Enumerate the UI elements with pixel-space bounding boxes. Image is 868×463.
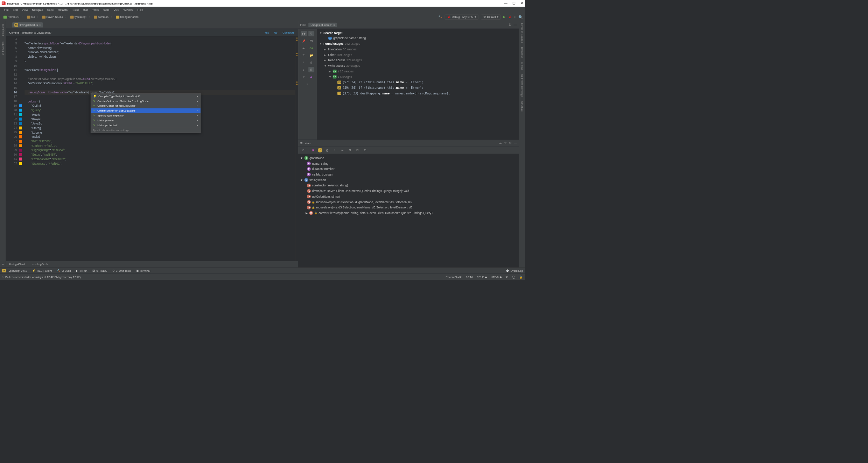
search-icon[interactable]: 🔍 <box>518 15 523 19</box>
settings-icon[interactable]: ⚙ <box>509 23 511 27</box>
rerun-icon[interactable]: ▶▶ <box>301 31 307 36</box>
structure-item[interactable]: m🔒mouseover(vis: d3.Selection, d: graphN… <box>300 199 517 205</box>
folder-icon[interactable]: 📁 <box>308 52 314 58</box>
menu-navigate[interactable]: Navigate <box>30 8 45 12</box>
find-result-row[interactable]: JS(57: 24) if (!this.name) this.name = '… <box>319 79 517 85</box>
memory-icon[interactable]: ◯ <box>512 275 515 278</box>
up-icon[interactable]: ↑ <box>301 60 307 65</box>
tool-tab[interactable]: Errors In Solution <box>520 21 524 45</box>
file-tab[interactable]: TS timingsChart.ts × <box>12 22 43 28</box>
minimize-icon[interactable]: — <box>513 23 517 27</box>
build-tab[interactable]: 🔨0: Build <box>57 269 71 272</box>
filter-icon[interactable]: ▽ <box>308 31 314 36</box>
structure-item[interactable]: Pduration: number <box>300 166 517 172</box>
breadcrumb-item[interactable]: common <box>92 15 114 19</box>
minimize-button[interactable]: — <box>504 1 507 5</box>
structure-item[interactable]: m🔒mouseleave(vis: d3.Selection, levelNam… <box>300 205 517 210</box>
structure-item[interactable]: mgetColor(item: string) <box>300 194 517 199</box>
hierarchy-icon[interactable]: ⑂ <box>332 147 338 153</box>
autoscroll-icon[interactable]: ⊡ <box>355 147 360 153</box>
intention-item[interactable]: ✎Create Getter and Setter for 'useLogSca… <box>91 99 200 104</box>
more-icon[interactable]: » <box>304 81 310 87</box>
braces-icon[interactable]: {} <box>308 60 314 65</box>
breadcrumb-item[interactable]: Raven.Studio <box>41 15 69 19</box>
close-tab-icon[interactable]: × <box>39 23 41 27</box>
intention-item[interactable]: ✎Make 'private'▸ <box>91 118 200 123</box>
find-result-row[interactable]: ▼C#\ 6 usages <box>319 74 517 80</box>
expand-all-icon[interactable]: ⇊ <box>499 141 502 145</box>
tool-tab[interactable]: 2: Favorites <box>1 40 5 57</box>
banner-yes[interactable]: Yes <box>264 31 269 34</box>
code-editor[interactable]: 4567891011121314151617181920212223242526… <box>6 36 298 261</box>
menu-refactor[interactable]: Refactor <box>56 8 70 12</box>
run-button[interactable]: ▶ <box>503 15 505 19</box>
tool-tab[interactable]: Database <box>520 45 524 60</box>
find-result-row[interactable]: ▶Other 609 usages <box>319 52 517 58</box>
rest-client-tab[interactable]: ⚡REST Client <box>32 269 52 272</box>
find-result-row[interactable]: ▼Write access 29 usages <box>319 63 517 69</box>
inspection-icon[interactable]: 👁 <box>505 275 508 278</box>
menu-vcs[interactable]: VCS <box>112 8 121 12</box>
event-log-tab[interactable]: 💬Event Log <box>506 269 523 272</box>
braces-icon[interactable]: {} <box>324 147 330 153</box>
expand-icon[interactable]: ⇊ <box>340 147 345 153</box>
find-query-tab[interactable]: Usages of 'name' × <box>308 23 337 27</box>
minimize-icon[interactable]: — <box>514 141 517 145</box>
intention-item[interactable]: 💡Compile TypeScript to JavaScript?▸ <box>91 94 200 99</box>
breadcrumb-item[interactable]: typescript <box>69 15 92 19</box>
menu-window[interactable]: Window <box>122 8 135 12</box>
find-result-row[interactable]: ▶C#\ 15 usages <box>319 69 517 74</box>
run-config-selector[interactable]: 🐞 Debug | Any CPU ▾ <box>445 15 478 20</box>
tool-tab[interactable]: 3: Find <box>520 60 524 72</box>
preview-icon[interactable]: 🗔 <box>308 38 314 44</box>
find-result-row[interactable]: ▶Read access 274 usages <box>319 58 517 63</box>
settings-icon[interactable]: ⚙ <box>509 141 512 145</box>
find-result-row[interactable]: ▶Invocation 30 usages <box>319 47 517 52</box>
expand-icon[interactable]: ⇊ <box>301 45 307 51</box>
unit-tests-tab[interactable]: ⊙8: Unit Tests <box>112 269 131 272</box>
find-result-row[interactable]: ●graphNode.name : string <box>319 36 517 41</box>
typescript-tab[interactable]: TSTypeScript 2.6.2 <box>2 269 27 272</box>
breadcrumb-item[interactable]: src <box>26 15 41 19</box>
run-tab[interactable]: ▶4: Run <box>76 269 88 272</box>
csharp-icon[interactable]: C# <box>308 45 314 51</box>
intention-item[interactable]: ✎Create Setter for 'useLogScale'▸ <box>91 108 200 113</box>
target-selector[interactable]: ⚙ Default ▾ <box>481 15 501 20</box>
banner-configure[interactable]: Configure <box>282 31 294 34</box>
sort-icon[interactable]: ↓ª <box>300 147 306 153</box>
structure-item[interactable]: ▼IgraphNode <box>300 155 517 161</box>
structure-item[interactable]: ▶m🔒convertHierarchy(name: string, data: … <box>300 210 517 216</box>
down-icon[interactable]: ↓ <box>301 67 307 72</box>
code-icon[interactable]: ⟨⟩ <box>308 67 314 72</box>
menu-tests[interactable]: Tests <box>91 8 100 12</box>
breadcrumb-item[interactable]: timingsChart.ts <box>115 15 142 19</box>
menu-view[interactable]: View <box>20 8 30 12</box>
tool-tab[interactable]: 1: Explorer <box>1 22 5 38</box>
collapse-icon[interactable]: ⇈ <box>347 147 353 153</box>
terminal-tab[interactable]: ▣Terminal <box>136 269 150 272</box>
maximize-button[interactable]: ☐ <box>512 1 515 5</box>
build-icon[interactable]: 🔨 <box>438 14 443 19</box>
menu-run[interactable]: Run <box>81 8 90 12</box>
close-button[interactable]: ✕ <box>520 1 523 5</box>
structure-item[interactable]: Pname: string <box>300 161 517 166</box>
intention-item[interactable]: ✎Make 'protected'▸ <box>91 123 200 128</box>
tool-tab[interactable]: Unit Tests Coverage <box>520 72 524 99</box>
autoscroll-from-icon[interactable]: ⊟ <box>362 147 368 153</box>
debug-button[interactable]: 🐞 <box>508 15 512 19</box>
menu-file[interactable]: File <box>2 8 10 12</box>
menu-edit[interactable]: Edit <box>11 8 19 12</box>
structure-item[interactable]: mconstructor(selector: string) <box>300 183 517 188</box>
breadcrumb-item[interactable]: RavenDB <box>2 15 26 19</box>
structure-tree[interactable]: ▼IgraphNodePname: stringPduration: numbe… <box>298 154 519 267</box>
find-result-row[interactable]: ▼Search target <box>319 30 517 36</box>
menu-tools[interactable]: Tools <box>101 8 111 12</box>
cube-icon[interactable]: ◆ <box>308 74 314 80</box>
lock-icon[interactable]: 🔒 <box>519 275 523 278</box>
todo-tab[interactable]: ☲6: TODO <box>92 269 107 272</box>
fields-filter[interactable]: f <box>318 148 322 152</box>
intention-item[interactable]: ✎Specify type explicitly▸ <box>91 113 200 118</box>
tool-tab[interactable]: Structure <box>520 99 524 114</box>
bulb-icon[interactable]: ◉ <box>310 147 316 153</box>
find-results-tree[interactable]: ▼Search target●graphNode.name : string▼F… <box>317 29 519 140</box>
